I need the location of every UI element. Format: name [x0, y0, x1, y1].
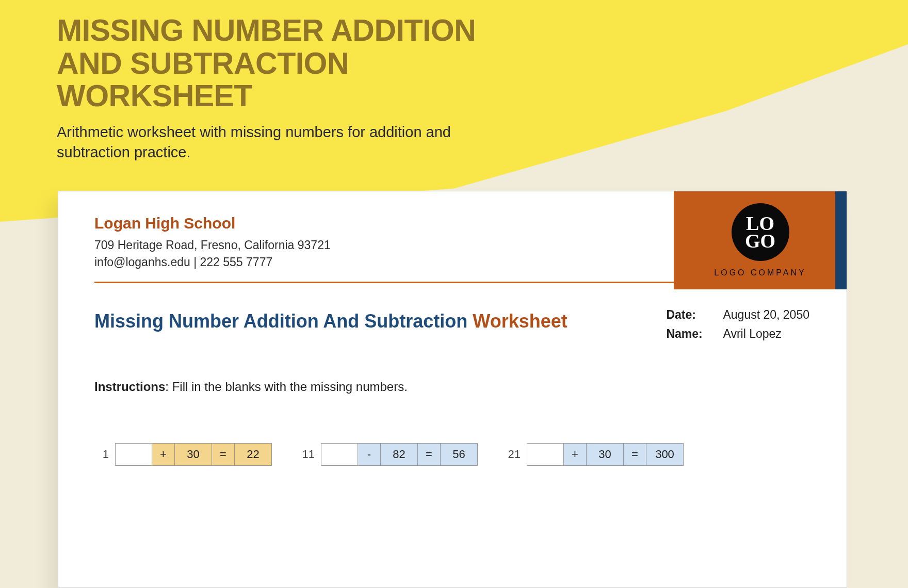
operand-b: 30 [587, 443, 624, 466]
hero-subtitle: Arithmetic worksheet with missing number… [57, 122, 521, 162]
operator: + [564, 443, 587, 466]
problem-number: 1 [94, 448, 109, 461]
problem-number: 21 [506, 448, 521, 461]
result: 22 [235, 443, 272, 466]
problems-row: 1+30=2211-82=5621+30=300 [94, 443, 810, 466]
problem: 21+30=300 [506, 443, 684, 466]
problem-cells: -82=56 [321, 443, 478, 466]
hero-title: MISSING NUMBER ADDITION AND SUBTRACTION … [57, 14, 521, 113]
logo-icon: LO GO [732, 203, 789, 261]
problem: 11-82=56 [300, 443, 478, 466]
logo-block: LO GO LOGO COMPANY [674, 191, 847, 289]
result: 300 [646, 443, 684, 466]
instructions: Instructions: Fill in the blanks with th… [94, 380, 810, 394]
operand-blank[interactable] [321, 443, 358, 466]
worksheet-title-main: Missing Number Addition And Subtraction [94, 311, 473, 332]
equals: = [418, 443, 441, 466]
operand-blank[interactable] [115, 443, 152, 466]
logo-text-bottom: GO [745, 232, 775, 250]
date-value: August 20, 2050 [723, 308, 809, 322]
name-label: Name: [666, 327, 723, 341]
name-value: Avril Lopez [723, 327, 781, 341]
operand-b: 30 [175, 443, 212, 466]
hero: MISSING NUMBER ADDITION AND SUBTRACTION … [57, 14, 521, 162]
logo-text-top: LO [746, 215, 774, 232]
letterhead: Logan High School 709 Heritage Road, Fre… [58, 191, 847, 269]
worksheet-title-accent: Worksheet [473, 311, 567, 332]
worksheet-content: Missing Number Addition And Subtraction … [58, 283, 847, 466]
problem: 1+30=22 [94, 443, 272, 466]
problem-cells: +30=22 [115, 443, 272, 466]
worksheet-meta: Date: August 20, 2050 Name: Avril Lopez [666, 308, 809, 346]
result: 56 [441, 443, 478, 466]
meta-row-name: Name: Avril Lopez [666, 327, 809, 341]
operator: + [152, 443, 175, 466]
instructions-text: : Fill in the blanks with the missing nu… [165, 380, 408, 394]
equals: = [212, 443, 235, 466]
logo-company: LOGO COMPANY [714, 268, 806, 277]
meta-row-date: Date: August 20, 2050 [666, 308, 809, 322]
operand-blank[interactable] [527, 443, 564, 466]
operator: - [358, 443, 381, 466]
date-label: Date: [666, 308, 723, 322]
operand-b: 82 [381, 443, 418, 466]
instructions-label: Instructions [94, 380, 165, 394]
worksheet-page: Logan High School 709 Heritage Road, Fre… [58, 191, 847, 588]
equals: = [624, 443, 646, 466]
problem-cells: +30=300 [527, 443, 684, 466]
problem-number: 11 [300, 448, 315, 461]
